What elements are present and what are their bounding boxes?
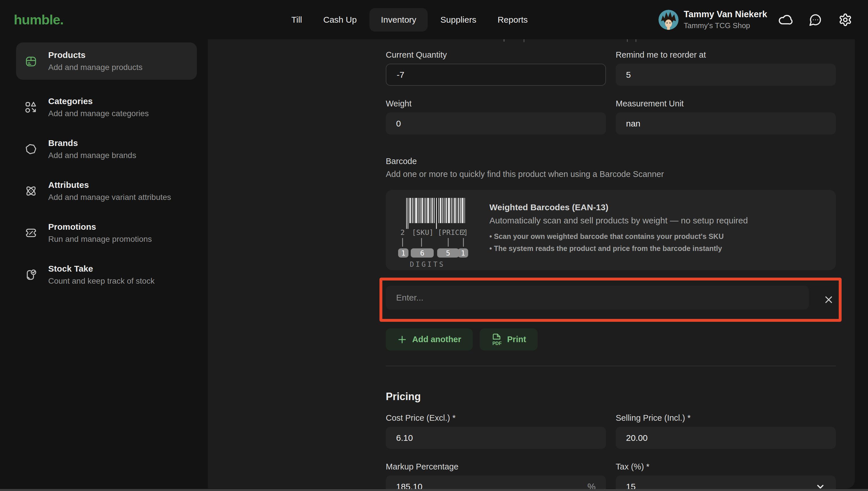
product-form: Current Quantity Remind me to reorder at…: [386, 39, 836, 491]
chat-icon[interactable]: [809, 13, 822, 27]
barcode-section-label: Barcode: [386, 156, 836, 166]
weight-label: Weight: [386, 99, 606, 108]
sidebar-item-subtitle: Add and manage variant attributes: [48, 193, 171, 202]
cost-price-input[interactable]: [386, 427, 606, 449]
barcode-diagram: 2 [SKU] [PRICE] 2 1 6 5 1 DIGITS: [400, 196, 472, 268]
sidebar-item-title: Brands: [48, 138, 136, 148]
barcode-connector-line: [463, 238, 464, 247]
window-bottom-edge: [0, 489, 868, 491]
add-another-label: Add another: [412, 335, 461, 344]
pdf-icon-label: PDF: [492, 341, 501, 346]
app-window: { "brand": { "logo": "humble." }, "nav":…: [0, 0, 868, 491]
sidebar-item-products[interactable]: Products Add and manage products: [16, 42, 197, 80]
barcode-digit-count-pill: 1: [458, 249, 468, 258]
weighted-barcode-info-card: 2 [SKU] [PRICE] 2 1 6 5 1 DIGITS Weighte…: [386, 190, 836, 270]
cloud-icon[interactable]: [779, 13, 792, 27]
tax-label: Tax (%) *: [616, 462, 836, 471]
header-actions: [779, 0, 852, 39]
barcode-connector-line: [421, 238, 422, 247]
barcode-card-subtitle: Automatically scan and sell products by …: [489, 216, 748, 225]
barcode-bullet: The system reads the product and price f…: [489, 244, 748, 253]
tax-select[interactable]: 15: [616, 475, 836, 491]
sidebar-item-title: Categories: [48, 96, 149, 106]
measurement-unit-label: Measurement Unit: [616, 99, 836, 108]
user-info: Tammy Van Niekerk Tammy's TCG Shop: [684, 9, 767, 30]
avatar: [658, 10, 679, 30]
barcode-digit-count-pill: 1: [398, 249, 408, 258]
barcode-bullet: Scan your own weighted barcode that cont…: [489, 232, 748, 241]
barcode-sku-label: [SKU]: [412, 228, 433, 237]
add-another-barcode-button[interactable]: Add another: [386, 328, 473, 350]
content-panel: Current Quantity Remind me to reorder at…: [208, 39, 855, 488]
barcode-digit-count-pill: 6: [411, 249, 434, 258]
pdf-file-icon: PDF: [491, 333, 502, 346]
nav-item-inventory[interactable]: Inventory: [370, 8, 428, 32]
cost-price-label: Cost Price (Excl.) *: [386, 413, 606, 423]
close-icon: [826, 297, 832, 302]
clipboard-check-icon: [24, 268, 37, 281]
sidebar-item-subtitle: Count and keep track of stock: [48, 277, 155, 286]
sidebar-item-title: Attributes: [48, 180, 171, 190]
sidebar-item-categories[interactable]: Categories Add and manage categories: [16, 89, 197, 126]
reorder-at-input[interactable]: [616, 64, 836, 86]
markup-percentage-input[interactable]: [386, 475, 606, 491]
pricing-heading: Pricing: [386, 391, 836, 403]
barcode-entry-input[interactable]: [386, 286, 809, 310]
atom-icon: [24, 184, 37, 198]
plus-icon: [397, 335, 407, 344]
current-quantity-label: Current Quantity: [386, 50, 606, 60]
sidebar-item-title: Stock Take: [48, 264, 155, 273]
reorder-at-label: Remind me to reorder at: [616, 50, 836, 60]
current-quantity-input[interactable]: [386, 64, 606, 86]
sidebar-item-subtitle: Run and manage promotions: [48, 235, 152, 244]
selling-price-label: Selling Price (Incl.) *: [616, 413, 836, 423]
sidebar-item-subtitle: Add and manage brands: [48, 151, 136, 160]
annotation-highlight-box: [379, 278, 842, 322]
sidebar-item-brands[interactable]: Brands Add and manage brands: [16, 131, 197, 168]
barcode-digit-count-pill: 5: [437, 249, 459, 258]
sidebar: Products Add and manage products Categor…: [0, 39, 208, 489]
sidebar-item-stock-take[interactable]: Stock Take Count and keep track of stock: [16, 256, 197, 293]
sidebar-item-title: Promotions: [48, 222, 152, 232]
measurement-unit-input[interactable]: [616, 112, 836, 135]
user-menu[interactable]: Tammy Van Niekerk Tammy's TCG Shop: [658, 0, 767, 39]
weight-input[interactable]: [386, 112, 606, 135]
nav-item-suppliers[interactable]: Suppliers: [432, 8, 485, 32]
barcode-bars-illustration: [406, 198, 467, 229]
markup-percentage-label: Markup Percentage: [386, 462, 606, 471]
main-nav: Till Cash Up Inventory Suppliers Reports: [283, 0, 536, 39]
nav-item-reports[interactable]: Reports: [489, 8, 536, 32]
badge-icon: [24, 143, 37, 156]
remove-barcode-button[interactable]: [816, 281, 842, 319]
barcode-digits-caption: DIGITS: [404, 260, 450, 268]
sidebar-item-subtitle: Add and manage products: [48, 63, 142, 72]
barcode-connector-line: [448, 238, 449, 247]
barcode-check-digit: 2: [461, 228, 466, 237]
ticket-percent-icon: [24, 226, 37, 239]
sidebar-item-promotions[interactable]: Promotions Run and manage promotions: [16, 214, 197, 252]
package-icon: [24, 55, 37, 68]
brand-logo: humble.: [14, 0, 63, 39]
settings-icon[interactable]: [838, 13, 852, 27]
barcode-card-bullets: Scan your own weighted barcode that cont…: [489, 232, 748, 253]
sidebar-item-subtitle: Add and manage categories: [48, 109, 149, 118]
barcode-section-description: Add one or more to quickly find this pro…: [386, 170, 836, 179]
sidebar-item-title: Products: [48, 50, 142, 60]
sidebar-item-attributes[interactable]: Attributes Add and manage variant attrib…: [16, 172, 197, 210]
selling-price-input[interactable]: [616, 427, 836, 449]
barcode-prefix-digit: 2: [400, 228, 405, 237]
nav-item-cash-up[interactable]: Cash Up: [315, 8, 365, 32]
barcode-card-title: Weighted Barcodes (EAN-13): [489, 202, 748, 212]
print-barcode-button[interactable]: PDF Print: [480, 328, 538, 350]
barcode-connector-line: [402, 238, 403, 247]
user-name: Tammy Van Niekerk: [684, 9, 767, 20]
user-shop: Tammy's TCG Shop: [684, 21, 767, 30]
top-nav: humble. Till Cash Up Inventory Suppliers…: [0, 0, 868, 39]
shapes-icon: [24, 101, 37, 114]
print-label: Print: [507, 335, 526, 344]
nav-item-till[interactable]: Till: [283, 8, 310, 32]
section-divider: [386, 366, 836, 366]
